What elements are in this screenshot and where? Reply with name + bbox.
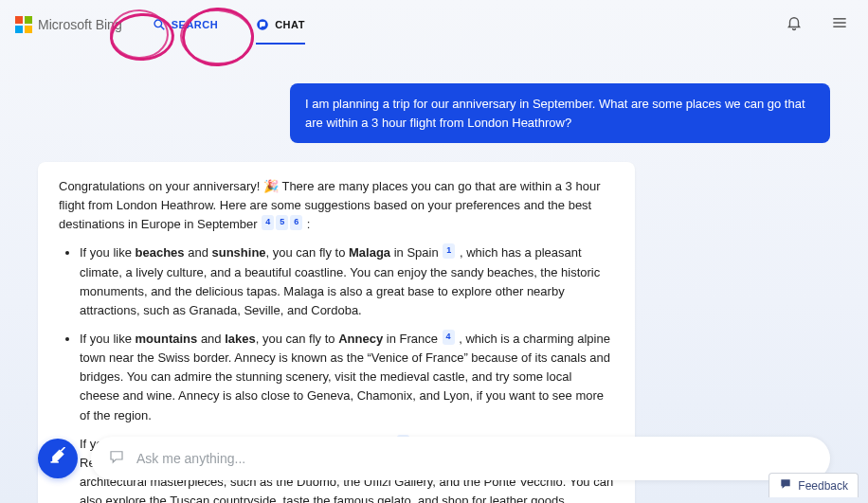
feedback-label: Feedback <box>798 479 848 493</box>
citation-badge[interactable]: 4 <box>262 215 274 230</box>
header-actions <box>781 11 853 38</box>
tab-chat[interactable]: CHAT <box>256 18 305 31</box>
feedback-button[interactable]: Feedback <box>769 473 859 497</box>
conversation-area: I am planning a trip for our anniversary… <box>38 83 830 439</box>
user-message-text: I am planning a trip for our anniversary… <box>305 97 805 130</box>
compose-bar <box>38 437 830 480</box>
broom-icon <box>48 447 67 470</box>
chat-bubble-icon <box>108 448 125 469</box>
chat-input[interactable] <box>136 451 813 466</box>
assistant-intro: Congratulations on your anniversary! 🎉 T… <box>59 177 614 234</box>
user-message-bubble: I am planning a trip for our anniversary… <box>290 83 830 143</box>
citation-badge[interactable]: 5 <box>276 215 288 230</box>
tab-chat-label: CHAT <box>275 19 305 30</box>
notifications-button[interactable] <box>781 11 807 38</box>
svg-point-0 <box>154 20 162 27</box>
annotation-circle-chat <box>179 8 256 66</box>
brand-name: Microsoft Bing <box>38 17 122 32</box>
search-icon <box>153 18 166 31</box>
new-topic-button[interactable] <box>38 439 78 478</box>
microsoft-logo-icon <box>15 16 32 33</box>
assistant-intro-text-c: : <box>303 217 310 231</box>
feedback-icon <box>779 477 792 494</box>
confetti-icon: 🎉 <box>263 179 279 193</box>
chat-input-pill[interactable] <box>91 437 830 480</box>
annotation-circle-chat <box>181 7 255 68</box>
list-item: If you like beaches and sunshine, you ca… <box>80 243 614 320</box>
chat-icon <box>256 18 269 31</box>
menu-button[interactable] <box>826 11 853 38</box>
assistant-intro-text-a: Congratulations on your anniversary! <box>59 179 263 193</box>
hamburger-icon <box>830 13 849 36</box>
brand-logo[interactable]: Microsoft Bing <box>15 16 122 33</box>
svg-line-1 <box>160 27 164 30</box>
header-tabs: SEARCH CHAT <box>153 18 305 31</box>
tab-search-label: SEARCH <box>172 19 218 30</box>
bell-icon <box>786 14 803 35</box>
tab-search[interactable]: SEARCH <box>153 18 218 31</box>
citation-badge[interactable]: 1 <box>443 243 455 259</box>
citation-badge[interactable]: 4 <box>443 330 455 345</box>
citation-badge[interactable]: 6 <box>290 215 302 230</box>
list-item: If you like mountains and lakes, you can… <box>80 330 614 425</box>
app-header: Microsoft Bing SEARCH CHAT <box>0 0 868 49</box>
svg-line-7 <box>61 447 64 451</box>
svg-rect-6 <box>51 461 59 463</box>
